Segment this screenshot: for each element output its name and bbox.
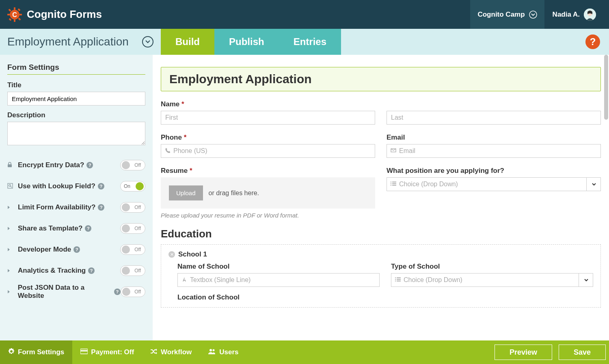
chevron-down-icon[interactable] <box>579 273 593 287</box>
school-title: School 1 <box>178 250 207 258</box>
setting-label: Encrypt Entry Data? <box>18 161 84 169</box>
email-icon <box>391 148 396 155</box>
help-icon[interactable]: ? <box>85 225 91 232</box>
chevron-down-icon <box>529 11 537 19</box>
caret-right-icon <box>7 268 15 274</box>
form-name-dropdown[interactable] <box>142 36 153 47</box>
education-heading: Education <box>161 228 601 240</box>
caret-right-icon <box>7 289 15 295</box>
subheader: Employment Application Build Publish Ent… <box>0 29 609 55</box>
toggle-2[interactable]: Off <box>120 202 145 213</box>
caret-right-icon <box>7 226 15 232</box>
setting-row: Developer Mode?Off <box>7 239 145 260</box>
setting-row: Encrypt Entry Data??Off <box>7 155 145 176</box>
title-input[interactable] <box>7 92 145 106</box>
footer-users[interactable]: Users <box>200 340 246 364</box>
footer-workflow[interactable]: Workflow <box>142 340 200 364</box>
help-icon[interactable]: ? <box>98 183 104 190</box>
school-type-label: Type of School <box>391 263 593 271</box>
svg-point-15 <box>9 184 11 186</box>
toggle-4[interactable]: Off <box>120 244 145 255</box>
svg-rect-1 <box>14 7 15 10</box>
shuffle-icon <box>150 348 158 356</box>
setting-label: Post JSON Data to a Website <box>18 284 112 300</box>
toggle-5[interactable]: Off <box>120 265 145 276</box>
school-name-input[interactable] <box>177 273 380 287</box>
svg-rect-3 <box>7 14 10 15</box>
scrollbar[interactable] <box>604 55 608 120</box>
svg-rect-24 <box>397 278 401 278</box>
upload-hint: or drag files here. <box>209 190 259 197</box>
phone-input[interactable] <box>161 144 375 158</box>
help-icon[interactable]: ? <box>114 289 121 295</box>
help-icon[interactable]: ? <box>98 204 104 211</box>
org-selector[interactable]: Cognito Camp <box>470 0 544 29</box>
form-name: Employment Application <box>7 35 129 48</box>
help-button[interactable]: ? <box>585 34 600 49</box>
title-label: Title <box>7 81 145 89</box>
list-icon <box>391 181 396 188</box>
form-title-field[interactable]: Employment Application <box>161 67 601 91</box>
form-title-text: Employment Application <box>169 72 592 86</box>
education-section[interactable]: ✕ School 1 Name of School <box>161 244 601 308</box>
form-name-area: Employment Application <box>0 29 161 55</box>
setting-row: Share as Template??Off <box>7 218 145 239</box>
user-name: Nadia A. <box>553 11 580 19</box>
svg-rect-4 <box>19 14 22 15</box>
school-type-select[interactable] <box>391 273 593 287</box>
upload-dropzone[interactable]: Upload or drag files here. <box>161 177 375 209</box>
preview-button[interactable]: Preview <box>495 345 552 360</box>
svg-rect-2 <box>14 19 15 22</box>
caret-right-icon <box>7 247 15 253</box>
svg-rect-7 <box>17 8 20 11</box>
footer-payment[interactable]: Payment: Off <box>72 340 142 364</box>
caret-right-icon <box>7 205 15 211</box>
lookup-icon <box>7 183 15 190</box>
position-select[interactable] <box>387 177 601 191</box>
toggle-1[interactable]: On <box>120 181 145 192</box>
toggle-3[interactable]: Off <box>120 223 145 234</box>
setting-row: Analytics & Tracking?Off <box>7 260 145 281</box>
help-icon[interactable]: ? <box>86 162 93 168</box>
app-header: C Cognito Forms Cognito Camp Nadia A. <box>0 0 609 29</box>
resume-label: Resume * <box>161 167 375 175</box>
name-label: Name * <box>161 100 375 108</box>
user-menu[interactable]: Nadia A. <box>544 9 602 21</box>
footer-form-settings[interactable]: Form Settings <box>0 340 72 364</box>
svg-rect-14 <box>8 183 13 188</box>
svg-point-32 <box>213 349 215 351</box>
tabs: Build Publish Entries <box>161 29 341 55</box>
phone-icon <box>165 148 171 155</box>
svg-rect-6 <box>18 17 21 20</box>
toggle-6[interactable]: Off <box>121 286 145 297</box>
chevron-down-icon[interactable] <box>586 177 601 191</box>
description-input[interactable] <box>7 122 145 145</box>
setting-row: Post JSON Data to a Website?Off <box>7 281 145 302</box>
save-button[interactable]: Save <box>559 345 606 360</box>
tab-publish[interactable]: Publish <box>214 29 279 55</box>
name-first-input[interactable] <box>161 111 375 125</box>
text-icon <box>181 277 187 284</box>
setting-label: Developer Mode <box>18 246 71 254</box>
svg-rect-19 <box>391 183 391 184</box>
school-name-label: Name of School <box>177 263 380 271</box>
card-icon <box>80 348 88 356</box>
help-icon[interactable]: ? <box>88 267 95 274</box>
svg-rect-5 <box>8 9 11 11</box>
toggle-0[interactable]: Off <box>120 160 145 170</box>
tab-entries[interactable]: Entries <box>279 29 341 55</box>
delete-school-button[interactable]: ✕ <box>168 251 175 258</box>
svg-point-10 <box>529 11 537 18</box>
svg-text:C: C <box>12 11 17 18</box>
school-location-label: Location of School <box>177 293 593 302</box>
sidebar: Form Settings Title Description Encrypt … <box>0 55 153 340</box>
svg-rect-17 <box>391 182 391 183</box>
help-icon[interactable]: ? <box>73 246 80 253</box>
logo[interactable]: C Cognito Forms <box>7 7 102 22</box>
tab-build[interactable]: Build <box>161 29 214 55</box>
logo-icon: C <box>7 7 22 22</box>
lock-icon <box>7 162 15 169</box>
upload-button[interactable]: Upload <box>169 185 203 200</box>
email-input[interactable] <box>387 144 601 158</box>
name-last-input[interactable] <box>387 111 601 125</box>
